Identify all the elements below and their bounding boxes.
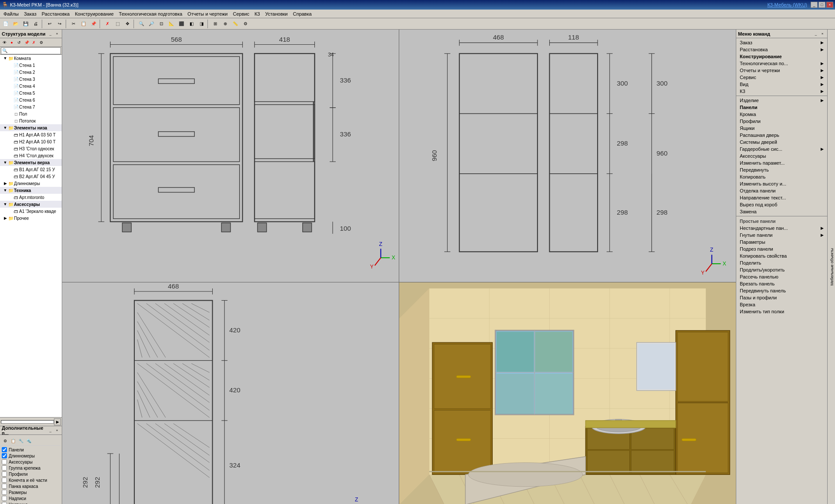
tb-measure[interactable]: 📏 (230, 19, 240, 29)
add-icon-3[interactable]: 🔧 (17, 438, 24, 444)
rm-product[interactable]: Изделие▶ (736, 97, 827, 104)
rm-split[interactable]: Поделить (736, 259, 827, 266)
rm-replace[interactable]: Замена (736, 208, 827, 215)
menu-files[interactable]: Файлы (1, 10, 21, 17)
rm-zakas[interactable]: Заказ▶ (736, 39, 827, 46)
tb-open[interactable]: 📂 (11, 19, 20, 29)
side-icon-furniture[interactable]: Мебельные объекты (829, 246, 835, 287)
check-frame[interactable]: Панка каркаса (1, 483, 61, 489)
close-button[interactable]: × (826, 2, 833, 8)
rm-nonstandard[interactable]: Нестандартные пан...▶ (736, 225, 827, 232)
tree-item-top[interactable]: ▼ 📁 Элементы верха (0, 159, 62, 166)
rm-shelf-type[interactable]: Изменить тип полки (736, 308, 827, 315)
check-partial[interactable]: Частично (1, 501, 61, 504)
tb-redo[interactable]: ↪ (55, 19, 64, 29)
structure-close[interactable]: × (54, 31, 60, 37)
expander-acc[interactable]: ▼ (3, 202, 8, 207)
tb-move[interactable]: ✥ (123, 19, 132, 29)
menu-service[interactable]: Сервис (230, 10, 252, 17)
tree-item-h3[interactable]: 🗃 Н3 'Стол односек (0, 145, 62, 152)
rm-reports[interactable]: Отчеты и чертежи▶ (736, 67, 827, 74)
rm-embed[interactable]: Врезать панель (736, 280, 827, 287)
tree-item-acc[interactable]: ▼ 📁 Аксессуары (0, 201, 62, 208)
tb-side[interactable]: ◨ (197, 19, 206, 29)
rm-profiles[interactable]: Профили (736, 118, 827, 125)
st-eye[interactable]: 👁 (1, 39, 8, 46)
tree-item-bottom[interactable]: ▼ 📁 Элементы низа (0, 124, 62, 131)
tree-item-wall5[interactable]: 📄 Стена 5 (0, 90, 62, 96)
rm-change-params[interactable]: Изменить парамет... (736, 159, 827, 166)
rm-swing-door[interactable]: Распашная дверь (736, 132, 827, 139)
tb-paste[interactable]: 📌 (89, 19, 98, 29)
expander-other[interactable]: ▶ (3, 216, 8, 221)
menu-construct[interactable]: Конструирование (72, 10, 116, 17)
check-labels[interactable]: Надписи (1, 495, 61, 501)
rm-parameters[interactable]: Параметры (736, 239, 827, 245)
viewport-top-right[interactable]: 468 118 960 300 (399, 30, 736, 282)
tb-grid[interactable]: ⊞ (210, 19, 220, 29)
st-pin[interactable]: 📌 (23, 39, 30, 46)
expander-tech[interactable]: ▼ (3, 188, 8, 193)
check-fasteners[interactable]: Группа крепежа (1, 465, 61, 471)
structure-search-input[interactable] (1, 47, 61, 54)
tb-top[interactable]: ⬛ (177, 19, 186, 29)
tb-view3d[interactable]: 📐 (167, 19, 176, 29)
menu-tech[interactable]: Технологическая подготовка (116, 10, 185, 17)
tree-item-wall1[interactable]: 📄 Стена 1 (0, 62, 62, 69)
tree-item-mirror[interactable]: 🗃 А1 'Зеркало кваде (0, 208, 62, 215)
add-icon-1[interactable]: ⚙ (2, 438, 9, 444)
check-sizes-input[interactable] (2, 490, 7, 495)
maximize-button[interactable]: □ (818, 2, 825, 8)
check-room[interactable]: Конечта и её части (1, 477, 61, 483)
st-x[interactable]: ✗ (30, 39, 37, 46)
tree-item-floor[interactable]: □ Пол (0, 110, 62, 117)
menu-settings[interactable]: Установки (263, 10, 291, 17)
st-dot[interactable]: ● (8, 39, 15, 46)
expander-bottom[interactable]: ▼ (3, 125, 8, 130)
check-sizes[interactable]: Размеры (1, 489, 61, 495)
rm-panels[interactable]: Панели (736, 104, 827, 111)
check-frame-input[interactable] (2, 484, 7, 489)
scroll-right-btn[interactable]: ▶ (54, 418, 61, 425)
structure-minimize[interactable]: _ (47, 31, 53, 37)
rm-grooves[interactable]: Пазы и профили (736, 294, 827, 301)
tb-snap[interactable]: ⊕ (220, 19, 230, 29)
wku-link[interactable]: К3-Мебель (WKU) (767, 2, 807, 7)
st-gear[interactable]: ⚙ (38, 39, 45, 46)
tb-delete[interactable]: ✗ (103, 19, 112, 29)
rm-edge[interactable]: Кромка (736, 111, 827, 118)
check-panels[interactable]: Панели (1, 447, 61, 453)
expander-top[interactable]: ▼ (3, 160, 8, 165)
rm-change-height[interactable]: Изменить высоту и... (736, 180, 827, 187)
rm-panel-finish[interactable]: Отделка панели (736, 187, 827, 194)
menu-reports[interactable]: Отчеты и чертежи (185, 10, 230, 17)
additional-minimize[interactable]: _ (47, 428, 53, 434)
rm-box-cut[interactable]: Вырез под короб (736, 201, 827, 208)
rm-move[interactable]: Передвинуть (736, 166, 827, 173)
tree-item-longm[interactable]: ▶ 📁 Длинномеры (0, 180, 62, 187)
tb-fit[interactable]: ⊡ (157, 19, 166, 29)
rm-placement[interactable]: Расстановка▶ (736, 46, 827, 53)
rm-copy[interactable]: Копировать (736, 173, 827, 180)
check-acc[interactable]: Аксессуары (1, 459, 61, 465)
check-room-input[interactable] (2, 477, 7, 483)
tree-item-toronto[interactable]: 🗃 Арт.mtoronto (0, 194, 62, 201)
rm-view[interactable]: Вид▶ (736, 81, 827, 88)
tree-scrollbar[interactable] (1, 420, 54, 424)
tb-zoom-out[interactable]: 🔎 (147, 19, 156, 29)
check-longm[interactable]: Длинномеры (1, 453, 61, 459)
tb-zoom-in[interactable]: 🔍 (137, 19, 146, 29)
minimize-button[interactable]: _ (811, 2, 818, 8)
tree-item-wall4[interactable]: 📄 Стена 4 (0, 83, 62, 90)
expander-room[interactable]: ▼ (3, 56, 8, 61)
tb-save[interactable]: 💾 (21, 19, 30, 29)
check-acc-input[interactable] (2, 459, 7, 464)
rm-k3[interactable]: К3▶ (736, 88, 827, 95)
tree-item-wall2[interactable]: 📄 Стена 2 (0, 69, 62, 76)
check-profiles[interactable]: Профили (1, 471, 61, 477)
viewport-top-left[interactable]: 568 418 34 704 (62, 30, 399, 282)
right-minimize[interactable]: _ (813, 31, 819, 37)
viewport-bottom-left[interactable]: 468 420 420 324 (62, 282, 399, 504)
add-icon-2[interactable]: 📋 (10, 438, 17, 444)
rm-wardrobe[interactable]: Гардеробные сис...▶ (736, 146, 827, 153)
